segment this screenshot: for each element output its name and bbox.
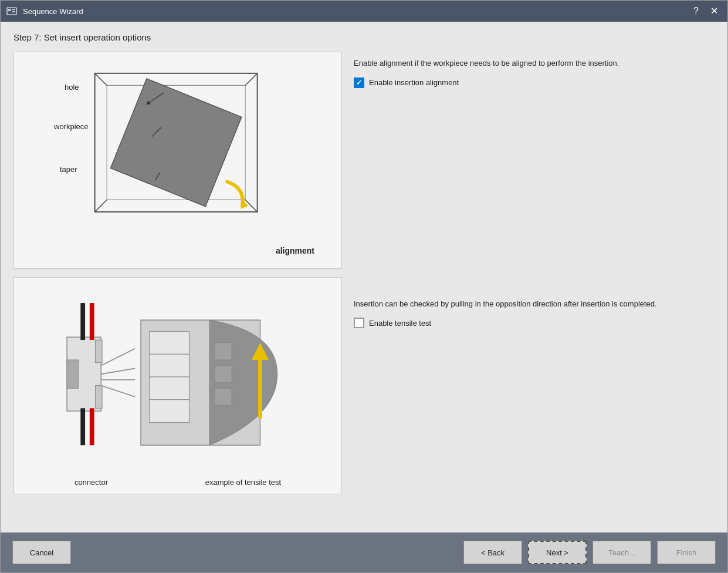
title-bar: Sequence Wizard ? ✕ (1, 1, 727, 22)
example-label: example of tensile test (205, 478, 281, 487)
svg-rect-33 (150, 377, 189, 400)
alignment-description: Enable alignment if the workpiece needs … (354, 58, 715, 69)
teach-button[interactable]: Teach... (592, 541, 651, 564)
next-button[interactable]: Next > (528, 541, 587, 564)
main-window: Sequence Wizard ? ✕ Step 7: Set insert o… (0, 0, 728, 573)
right-panels: Enable alignment if the workpiece needs … (354, 52, 715, 527)
svg-line-10 (245, 73, 258, 86)
left-panels: hole workpiece taper alignment (13, 52, 342, 527)
title-controls: ? ✕ (690, 5, 722, 17)
svg-rect-22 (90, 408, 94, 445)
tensile-section: Insertion can be checked by pulling in t… (354, 298, 715, 527)
tensile-checkbox[interactable] (354, 318, 364, 328)
step-title: Step 7: Set insert operation options (13, 32, 715, 42)
back-button[interactable]: < Back (463, 541, 522, 564)
tensile-checkbox-label: Enable tensile test (369, 319, 431, 328)
svg-rect-13 (110, 79, 241, 207)
tensile-svg (23, 286, 332, 457)
footer: Cancel < Back Next > Teach... Finish (1, 532, 727, 572)
svg-line-26 (101, 349, 135, 366)
finish-button[interactable]: Finish (657, 541, 716, 564)
svg-rect-31 (150, 332, 189, 355)
alignment-label: alignment (276, 246, 314, 255)
alignment-diagram: hole workpiece taper alignment (23, 60, 332, 261)
tensile-diagram-panel: connector example of tensile test (13, 277, 342, 494)
svg-rect-3 (12, 11, 15, 12)
alignment-diagram-panel: hole workpiece taper alignment (13, 52, 342, 269)
svg-line-27 (101, 368, 135, 374)
svg-rect-23 (67, 360, 78, 388)
tensile-description: Insertion can be checked by pulling in t… (354, 298, 715, 310)
connector-label: connector (75, 478, 108, 487)
main-panels: hole workpiece taper alignment (13, 52, 715, 527)
taper-label: taper (60, 165, 77, 174)
svg-rect-36 (215, 366, 232, 383)
close-button[interactable]: ✕ (707, 5, 722, 17)
diagram2-labels: connector example of tensile test (14, 478, 341, 487)
alignment-svg (59, 60, 287, 231)
svg-rect-1 (8, 9, 11, 11)
help-button[interactable]: ? (690, 5, 702, 17)
svg-line-29 (101, 386, 135, 397)
cancel-button[interactable]: Cancel (12, 541, 71, 564)
alignment-checkbox-row: Enable insertion alignment (354, 77, 715, 88)
svg-line-9 (95, 73, 107, 86)
alignment-checkbox[interactable] (354, 77, 364, 88)
svg-rect-21 (80, 408, 85, 445)
svg-rect-34 (150, 400, 189, 423)
svg-rect-25 (96, 386, 103, 409)
workpiece-label: workpiece (54, 122, 89, 131)
svg-rect-2 (12, 9, 15, 10)
svg-line-11 (95, 200, 107, 212)
svg-rect-32 (150, 354, 189, 377)
window-title: Sequence Wizard (23, 7, 690, 16)
alignment-checkbox-label: Enable insertion alignment (369, 78, 459, 87)
svg-rect-19 (80, 303, 85, 340)
alignment-section: Enable alignment if the workpiece needs … (354, 58, 715, 286)
svg-rect-37 (215, 388, 232, 405)
tensile-checkbox-row: Enable tensile test (354, 318, 715, 328)
svg-rect-24 (96, 340, 103, 363)
window-icon (6, 6, 18, 16)
svg-rect-35 (215, 343, 232, 360)
hole-label: hole (65, 83, 79, 92)
content-area: Step 7: Set insert operation options (1, 22, 727, 532)
svg-rect-20 (90, 303, 94, 340)
